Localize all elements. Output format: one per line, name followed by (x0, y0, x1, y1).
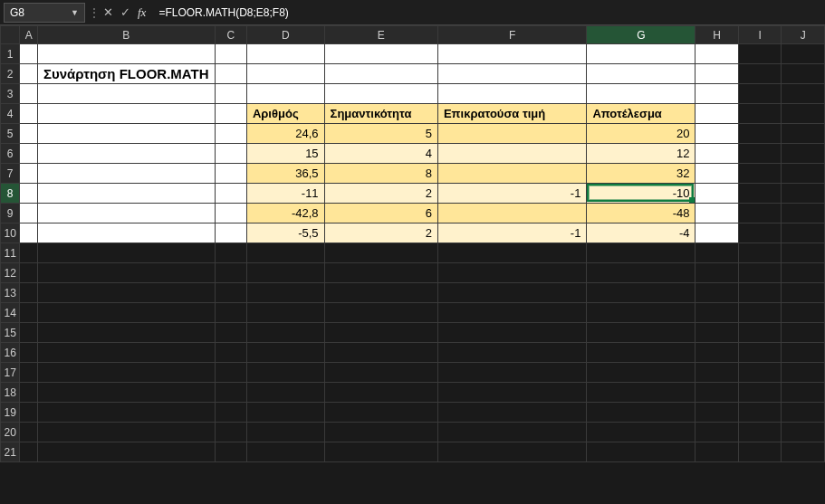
cell[interactable] (324, 363, 437, 383)
row-header[interactable]: 16 (1, 343, 20, 363)
cell[interactable] (782, 283, 825, 303)
cell[interactable] (738, 64, 782, 84)
cell[interactable] (324, 243, 437, 263)
row-header[interactable]: 19 (1, 403, 20, 423)
cell[interactable] (782, 84, 825, 104)
cell[interactable] (215, 44, 246, 64)
cell[interactable] (782, 323, 825, 343)
cell[interactable] (215, 323, 246, 343)
cell[interactable] (324, 343, 437, 363)
cell[interactable]: -4 (587, 223, 695, 243)
cell[interactable] (215, 104, 246, 124)
cell[interactable] (437, 84, 586, 104)
cell[interactable] (695, 104, 739, 124)
cell[interactable]: 4 (324, 144, 437, 164)
cell[interactable]: Επικρατούσα τιμή (437, 104, 586, 124)
cell[interactable] (215, 124, 246, 144)
cell[interactable]: 20 (587, 124, 695, 144)
col-header[interactable]: G (587, 26, 695, 44)
cell[interactable] (324, 423, 437, 442)
row-header[interactable]: 18 (1, 383, 20, 403)
cell[interactable] (246, 84, 324, 104)
col-header[interactable]: F (437, 26, 586, 44)
cell[interactable] (738, 303, 782, 323)
cell[interactable] (587, 383, 695, 403)
cell[interactable] (437, 303, 586, 323)
cell[interactable] (782, 144, 825, 164)
cell[interactable] (215, 64, 246, 84)
cell[interactable] (20, 303, 38, 323)
cell[interactable] (437, 243, 586, 263)
cell[interactable] (738, 124, 782, 144)
cell[interactable]: -42,8 (246, 204, 324, 223)
cell[interactable] (695, 423, 739, 442)
fx-icon[interactable]: fx (138, 5, 146, 20)
cell[interactable] (437, 343, 586, 363)
select-all-corner[interactable] (1, 26, 20, 44)
cell[interactable] (324, 383, 437, 403)
cell[interactable]: 24,6 (246, 124, 324, 144)
cell[interactable] (695, 204, 739, 223)
cell[interactable] (437, 204, 586, 223)
cell[interactable] (215, 423, 246, 442)
cell[interactable] (782, 403, 825, 423)
col-header[interactable]: D (246, 26, 324, 44)
cell[interactable]: -10 (587, 184, 695, 204)
cell[interactable] (246, 283, 324, 303)
row-header[interactable]: 20 (1, 423, 20, 442)
cell[interactable] (437, 144, 586, 164)
row-header[interactable]: 15 (1, 323, 20, 343)
row-header[interactable]: 9 (1, 204, 20, 223)
cell[interactable] (246, 44, 324, 64)
cell[interactable] (782, 423, 825, 442)
cell[interactable] (38, 243, 215, 263)
cell[interactable] (738, 383, 782, 403)
cell[interactable] (215, 164, 246, 184)
cell[interactable] (587, 363, 695, 383)
formula-input[interactable]: =FLOOR.MATH(D8;E8;F8) (151, 3, 825, 23)
cell[interactable] (324, 84, 437, 104)
cell[interactable] (38, 124, 215, 144)
cell[interactable] (738, 423, 782, 442)
cell[interactable] (695, 363, 739, 383)
accept-icon[interactable]: ✓ (120, 5, 130, 19)
spreadsheet-grid[interactable]: A B C D E F G H I J 12Συνάρτηση FLOOR.MA… (0, 25, 825, 462)
row-header[interactable]: 13 (1, 283, 20, 303)
cell[interactable] (738, 164, 782, 184)
cell[interactable] (437, 283, 586, 303)
cell[interactable] (246, 343, 324, 363)
cell[interactable] (738, 343, 782, 363)
cell[interactable] (246, 64, 324, 84)
cell[interactable] (38, 104, 215, 124)
cell[interactable] (695, 64, 739, 84)
cell[interactable] (324, 64, 437, 84)
row-header[interactable]: 7 (1, 164, 20, 184)
cell[interactable] (437, 124, 586, 144)
cell[interactable] (738, 223, 782, 243)
cell[interactable] (324, 323, 437, 343)
cell[interactable] (38, 303, 215, 323)
cell[interactable] (587, 263, 695, 283)
cell[interactable] (246, 323, 324, 343)
cell[interactable] (437, 64, 586, 84)
cell[interactable] (695, 323, 739, 343)
cell[interactable] (695, 84, 739, 104)
cell[interactable]: 2 (324, 184, 437, 204)
row-header[interactable]: 12 (1, 263, 20, 283)
cell[interactable] (20, 323, 38, 343)
cell[interactable] (38, 164, 215, 184)
cell[interactable] (38, 403, 215, 423)
col-header[interactable]: E (324, 26, 437, 44)
cell[interactable] (215, 283, 246, 303)
cell[interactable] (215, 303, 246, 323)
cell[interactable] (738, 243, 782, 263)
cancel-icon[interactable]: ✕ (103, 5, 113, 19)
name-box[interactable]: G8 ▼ (4, 3, 85, 23)
cell[interactable] (324, 303, 437, 323)
cell[interactable] (738, 363, 782, 383)
cell[interactable] (587, 323, 695, 343)
cell[interactable] (695, 124, 739, 144)
cell[interactable] (738, 204, 782, 223)
cell[interactable]: 12 (587, 144, 695, 164)
cell[interactable]: -11 (246, 184, 324, 204)
